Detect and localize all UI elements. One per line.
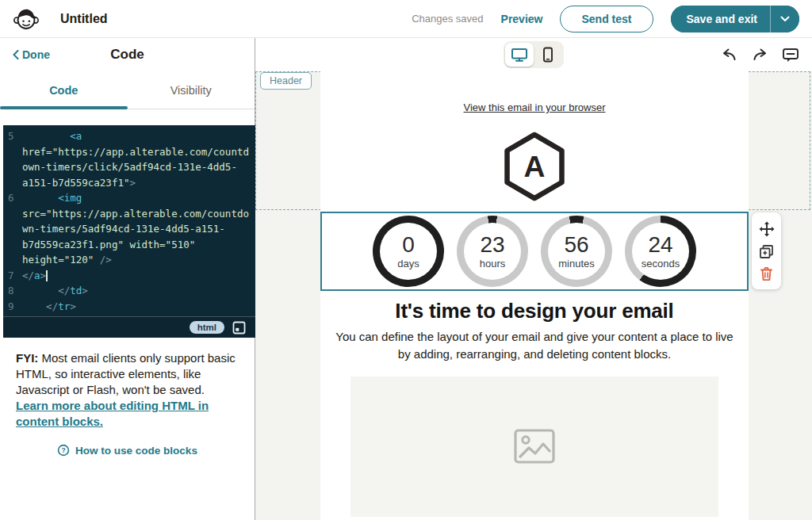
mailchimp-logo[interactable] <box>13 6 44 32</box>
timer-unit: seconds <box>642 258 680 270</box>
timer-face: 0days <box>380 223 437 280</box>
image-placeholder-block[interactable] <box>350 377 718 517</box>
code-line[interactable]: 10 </tbody> <box>3 314 255 316</box>
trash-icon <box>760 266 773 281</box>
brand-logo[interactable]: A <box>320 131 749 202</box>
expand-editor-icon[interactable] <box>232 321 246 335</box>
redo-button[interactable] <box>752 48 768 62</box>
timer-face: 24seconds <box>632 223 689 280</box>
undo-button[interactable] <box>722 48 737 62</box>
save-and-exit-button[interactable]: Save and exit <box>671 6 771 32</box>
chevron-down-icon <box>780 16 790 22</box>
email-body-text[interactable]: You can define the layout of your email … <box>335 328 733 363</box>
block-toolbar <box>752 212 781 289</box>
code-line[interactable]: 6 <img src="https://app.alterable.com/co… <box>3 190 255 268</box>
preview-link[interactable]: Preview <box>501 13 543 25</box>
undo-icon <box>722 48 737 62</box>
line-number: 7 <box>3 268 22 284</box>
code-panel: Done Code Code Visibility 5 <a href="htt… <box>0 38 255 520</box>
delete-block-button[interactable] <box>760 266 773 281</box>
panel-tabs: Code Visibility <box>0 71 255 109</box>
mobile-view-button[interactable] <box>534 43 562 67</box>
timer-value: 0 <box>402 234 415 256</box>
timer-ring-seconds: 24seconds <box>625 216 696 287</box>
code-line[interactable]: 7</a> <box>3 268 255 284</box>
device-toggle <box>504 41 564 68</box>
timer-face: 23hours <box>464 223 521 280</box>
desktop-view-button[interactable] <box>505 43 534 67</box>
fyi-label: FYI: <box>16 351 38 365</box>
move-icon <box>759 221 775 237</box>
panel-header: Done Code <box>0 38 255 71</box>
timer-ring-days: 0days <box>373 216 444 287</box>
line-number: 6 <box>3 190 22 268</box>
help-link[interactable]: ? How to use code blocks <box>0 444 255 457</box>
desktop-icon <box>511 47 528 63</box>
timer-value: 24 <box>648 234 672 256</box>
save-status: Changes saved <box>412 13 483 25</box>
redo-icon <box>752 48 768 62</box>
image-placeholder-icon <box>514 429 555 464</box>
svg-text:?: ? <box>62 446 66 454</box>
tab-code[interactable]: Code <box>0 71 128 109</box>
timer-unit: minutes <box>558 258 595 270</box>
email-headline[interactable]: It's time to design your email <box>320 299 749 323</box>
duplicate-block-button[interactable] <box>759 244 774 259</box>
language-badge: html <box>190 321 224 334</box>
timer-value: 23 <box>480 234 504 256</box>
text-cursor <box>46 270 48 281</box>
learn-more-link[interactable]: Learn more about editing HTML in content… <box>16 399 209 428</box>
mobile-icon <box>542 47 553 63</box>
timer-ring-hours: 23hours <box>457 216 528 287</box>
top-bar: Untitled Changes saved Preview Send test… <box>0 0 812 38</box>
line-number: 8 <box>3 283 22 299</box>
timer-face: 56minutes <box>548 223 605 280</box>
code-lines[interactable]: 5 <a href="https://app.alterable.com/cou… <box>3 125 255 316</box>
timer-unit: hours <box>480 258 506 270</box>
tab-visibility[interactable]: Visibility <box>128 71 255 109</box>
help-link-label: How to use code blocks <box>75 445 197 457</box>
help-circle-icon: ? <box>57 444 70 457</box>
move-block-button[interactable] <box>759 221 775 237</box>
document-title[interactable]: Untitled <box>60 12 108 26</box>
hexagon-logo-icon: A <box>502 131 567 202</box>
countdown-block[interactable]: 0days23hours56minutes24seconds <box>320 212 749 291</box>
send-test-button[interactable]: Send test <box>560 6 653 32</box>
panel-title: Code <box>0 47 255 63</box>
code-line[interactable]: 9 </tr> <box>3 299 255 315</box>
comments-button[interactable] <box>782 48 799 63</box>
svg-text:A: A <box>524 150 546 183</box>
line-number: 10 <box>3 314 22 316</box>
save-options-caret[interactable] <box>770 6 799 32</box>
code-editor[interactable]: 5 <a href="https://app.alterable.com/cou… <box>3 125 255 338</box>
view-in-browser-link[interactable]: View this email in your browser <box>464 101 606 113</box>
fyi-note: FYI: Most email clients only support bas… <box>0 338 255 430</box>
comment-icon <box>782 48 799 63</box>
line-number: 5 <box>3 128 22 190</box>
timer-value: 56 <box>564 234 588 256</box>
header-section-tag[interactable]: Header <box>260 72 312 90</box>
preview-toolbar <box>255 38 812 71</box>
timer-ring-minutes: 56minutes <box>541 216 612 287</box>
preview-area: Header View this email in your browser A… <box>255 71 812 520</box>
duplicate-icon <box>759 244 774 259</box>
save-split-button: Save and exit <box>671 6 800 32</box>
line-number: 9 <box>3 299 22 315</box>
editor-footer: html <box>3 316 255 338</box>
email-preview-pane: Header View this email in your browser A… <box>255 38 812 520</box>
email-canvas: View this email in your browser A 0days2… <box>320 71 749 520</box>
fyi-text: Most email clients only support basic HT… <box>16 351 236 396</box>
code-line[interactable]: 5 <a href="https://app.alterable.com/cou… <box>3 128 255 190</box>
timer-unit: days <box>397 258 419 270</box>
code-line[interactable]: 8 </td> <box>3 283 255 299</box>
